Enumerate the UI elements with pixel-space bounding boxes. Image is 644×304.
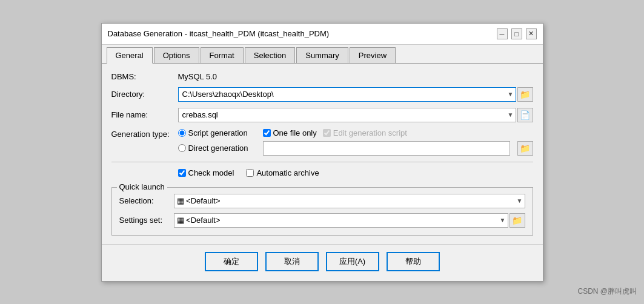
tab-content: DBMS: MySQL 5.0 Directory: C:\Users\zhao… <box>102 64 543 244</box>
direct-generation-radio-label[interactable]: Direct generation <box>178 144 257 153</box>
check-model-checkbox[interactable] <box>178 169 186 177</box>
watermark: CSDN @胖叫虎叫 <box>577 286 637 297</box>
one-file-only-label[interactable]: One file only <box>263 128 317 137</box>
directory-input[interactable]: C:\Users\zhaoqx\Desktop\ <box>178 87 516 102</box>
check-model-label[interactable]: Check model <box>178 168 234 177</box>
quick-settings-browse-button[interactable]: 📁 <box>510 213 525 228</box>
generation-type-row: Generation type: Script generation One f… <box>111 128 533 156</box>
maximize-icon: □ <box>514 30 519 38</box>
quick-launch-legend: Quick launch <box>117 182 167 191</box>
tab-selection[interactable]: Selection <box>245 47 295 63</box>
tab-preview[interactable]: Preview <box>350 47 396 63</box>
filename-action-button[interactable]: 📄 <box>517 108 533 122</box>
direct-generation-radio[interactable] <box>178 144 186 152</box>
tab-general[interactable]: General <box>107 47 153 64</box>
title-bar-controls: ─ □ ✕ <box>497 28 537 39</box>
close-icon: ✕ <box>528 30 534 38</box>
filename-input[interactable]: crebas.sql <box>178 108 516 122</box>
tab-options[interactable]: Options <box>154 47 199 63</box>
direct-folder-icon: 📁 <box>520 144 530 153</box>
quick-launch-group: Quick launch Selection: ▦ <Default> ▼ Se… <box>111 187 533 236</box>
check-row: Check model Automatic archive <box>111 168 533 177</box>
quick-selection-wrap: ▦ <Default> ▼ <box>174 194 525 208</box>
dbms-value: MySQL 5.0 <box>178 72 217 81</box>
edit-gen-script-label[interactable]: Edit generation script <box>323 128 407 137</box>
dbms-label: DBMS: <box>111 72 178 81</box>
close-button[interactable]: ✕ <box>526 28 537 39</box>
directory-row: Directory: C:\Users\zhaoqx\Desktop\ ▼ 📁 <box>111 87 533 102</box>
quick-settings-select[interactable]: ▦ <Default> <box>174 213 508 228</box>
direct-gen-browse-button[interactable]: 📁 <box>517 141 533 156</box>
folder-icon: 📁 <box>520 90 530 99</box>
dbms-row: DBMS: MySQL 5.0 <box>111 72 533 81</box>
divider-1 <box>111 162 533 162</box>
tab-summary[interactable]: Summary <box>296 47 348 63</box>
filename-select-wrap: crebas.sql ▼ <box>178 108 516 122</box>
script-generation-radio[interactable] <box>178 129 186 137</box>
one-file-only-checkbox[interactable] <box>263 129 271 137</box>
quick-settings-row: Settings set: ▦ <Default> ▼ 📁 <box>119 213 525 228</box>
main-window: Database Generation - itcast_health_PDM … <box>101 23 543 282</box>
direct-gen-row: Direct generation 📁 <box>178 141 533 156</box>
quick-selection-row: Selection: ▦ <Default> ▼ <box>119 194 525 208</box>
generation-type-label: Generation type: <box>111 128 178 139</box>
minimize-button[interactable]: ─ <box>497 28 508 39</box>
maximize-button[interactable]: □ <box>511 28 522 39</box>
automatic-archive-checkbox[interactable] <box>246 169 254 177</box>
ok-button[interactable]: 确定 <box>205 252 258 271</box>
filename-label: File name: <box>111 110 178 119</box>
tab-format[interactable]: Format <box>201 47 244 63</box>
quick-selection-label: Selection: <box>119 196 174 205</box>
automatic-archive-label[interactable]: Automatic archive <box>246 168 319 177</box>
directory-label: Directory: <box>111 90 178 99</box>
help-button[interactable]: 帮助 <box>387 252 440 271</box>
title-bar: Database Generation - itcast_health_PDM … <box>102 24 543 45</box>
direct-gen-input <box>263 141 510 156</box>
cancel-button[interactable]: 取消 <box>265 252 319 271</box>
script-gen-row: Script generation One file only Edit gen… <box>178 128 533 137</box>
script-generation-radio-label[interactable]: Script generation <box>178 128 257 137</box>
filename-controls: crebas.sql ▼ 📄 <box>178 108 533 122</box>
apply-button[interactable]: 应用(A) <box>326 252 379 271</box>
bottom-buttons: 确定 取消 应用(A) 帮助 <box>102 244 543 281</box>
filename-row: File name: crebas.sql ▼ 📄 <box>111 108 533 122</box>
quick-settings-wrap: ▦ <Default> ▼ <box>174 213 508 228</box>
directory-browse-button[interactable]: 📁 <box>517 87 533 102</box>
directory-select-wrap: C:\Users\zhaoqx\Desktop\ ▼ <box>178 87 516 102</box>
quick-selection-select[interactable]: ▦ <Default> <box>174 194 525 208</box>
generation-options: Script generation One file only Edit gen… <box>178 128 533 156</box>
directory-controls: C:\Users\zhaoqx\Desktop\ ▼ 📁 <box>178 87 533 102</box>
quick-settings-folder-icon: 📁 <box>512 216 522 225</box>
file-icon: 📄 <box>520 110 530 120</box>
window-title: Database Generation - itcast_health_PDM … <box>108 29 330 38</box>
tab-bar: General Options Format Selection Summary… <box>102 45 543 64</box>
quick-settings-label: Settings set: <box>119 216 174 225</box>
edit-gen-script-checkbox[interactable] <box>323 129 331 137</box>
minimize-icon: ─ <box>500 30 505 38</box>
